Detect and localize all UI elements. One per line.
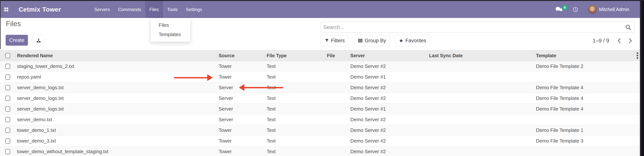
cell-server: Demo Server #2 [349, 85, 428, 90]
nav-item-files[interactable]: Files [145, 1, 163, 18]
column-header-rendered-name[interactable]: Rendered Name [16, 50, 217, 61]
cell-rendered-name: tower_demo_without_template_staging.txt [16, 149, 217, 155]
cell-rendered-name: tower_demo_3.txt [16, 138, 217, 144]
row-checkbox[interactable] [5, 138, 10, 144]
nav-item-servers[interactable]: Servers [90, 1, 114, 18]
select-all-checkbox[interactable] [5, 53, 10, 58]
nav-item-commands[interactable]: Commands [114, 1, 145, 18]
cell-rendered-name: staging_tower_demo_2.txt [16, 63, 217, 69]
table-body: staging_tower_demo_2.txt Tower Text Demo… [0, 61, 641, 156]
filters-label: Filters [331, 38, 345, 44]
cell-file-type: Text [265, 95, 326, 101]
column-header-file-type[interactable]: File Type [265, 50, 326, 61]
window-edge-left [0, 0, 0, 49]
table-row[interactable]: server_demo.txt Server Text Demo Server … [0, 114, 641, 125]
table-row[interactable]: staging_tower_demo_2.txt Tower Text Demo… [0, 61, 641, 72]
search-input[interactable] [321, 24, 625, 30]
column-header-template[interactable]: Template [534, 50, 634, 61]
clock-icon [573, 7, 578, 12]
cell-source: Tower [217, 149, 265, 155]
dropdown-item-files[interactable]: Files [150, 20, 190, 30]
cell-template: Demo File Template 1 [534, 127, 634, 133]
import-download-icon [36, 37, 42, 43]
app-window: Cetmix Tower Servers Commands Files Tool… [0, 0, 644, 156]
group-by-label: Group By [364, 38, 386, 44]
column-header-source[interactable]: Source [217, 50, 265, 61]
window-edge-top [0, 0, 644, 1]
search-icon[interactable] [625, 24, 631, 30]
create-button[interactable]: Create [6, 35, 28, 46]
top-navbar: Cetmix Tower Servers Commands Files Tool… [0, 1, 640, 18]
cell-file-type: Text [265, 117, 326, 123]
messages-button[interactable]: 4 [555, 6, 570, 14]
import-button[interactable] [32, 35, 45, 46]
filters-button[interactable]: Filters [320, 35, 349, 46]
cell-source: Tower [217, 74, 265, 80]
cell-server: Demo Server #2 [349, 95, 428, 101]
cell-source: Server [217, 106, 265, 112]
cell-rendered-name: server_demo_logs.txt [16, 85, 217, 90]
column-header-last-sync-date[interactable]: Last Sync Date [428, 50, 534, 61]
activities-button[interactable] [573, 7, 578, 12]
search-bar [320, 22, 634, 33]
cell-server: Demo Server #2 [349, 138, 428, 144]
table-row[interactable]: tower_demo_3.txt Tower Text Demo Server … [0, 136, 641, 146]
table-row[interactable]: server_demo_logs.txt Server Text Demo Se… [0, 93, 641, 104]
column-options-icon[interactable] [637, 52, 638, 59]
table-row[interactable]: server_demo_logs.txt Server Text Demo Se… [0, 104, 641, 114]
cell-rendered-name: tower_demo_1.txt [16, 127, 217, 133]
user-avatar[interactable] [588, 5, 596, 14]
favorites-label: Favorites [406, 38, 426, 44]
row-checkbox[interactable] [5, 117, 10, 122]
row-checkbox[interactable] [5, 149, 10, 154]
table-row[interactable]: repos.yaml Tower Text Demo Server #1 [0, 72, 641, 82]
row-checkbox[interactable] [5, 64, 10, 69]
user-menu[interactable]: Mitchell Admin [599, 1, 629, 18]
row-checkbox[interactable] [5, 128, 10, 133]
column-header-server[interactable]: Server [349, 50, 428, 61]
row-checkbox[interactable] [5, 74, 10, 80]
filter-funnel-icon [325, 39, 329, 43]
nav-item-settings[interactable]: Settings [182, 1, 206, 18]
cell-server: Demo Server #2 [349, 117, 428, 123]
cell-source: Server [217, 117, 265, 123]
pagination-previous-button[interactable] [616, 37, 623, 45]
column-header-file[interactable]: File [326, 50, 349, 61]
cell-rendered-name: server_demo_logs.txt [16, 95, 217, 101]
row-checkbox[interactable] [5, 85, 10, 90]
cell-rendered-name: server_demo_logs.txt [16, 106, 217, 112]
cell-template: Demo File Template 4 [534, 85, 634, 90]
table-row[interactable]: server_demo_logs.txt Server Text Demo Se… [0, 82, 641, 93]
nav-item-tools[interactable]: Tools [163, 1, 182, 18]
annotation-arrow-left [239, 84, 283, 91]
cell-source: Tower [217, 63, 265, 69]
cell-template: Demo File Template 4 [534, 95, 634, 101]
cell-server: Demo Server #2 [349, 149, 428, 155]
cell-source: Server [217, 95, 265, 101]
chevron-left-icon [616, 37, 623, 45]
row-checkbox[interactable] [5, 106, 10, 112]
cell-file-type: Text [265, 138, 326, 144]
cell-file-type: Text [265, 63, 326, 69]
pagination-next-button[interactable] [626, 37, 634, 45]
table-header-row: Rendered Name Source File Type File Serv… [0, 50, 641, 61]
cell-file-type: Text [265, 149, 326, 155]
row-checkbox[interactable] [5, 96, 10, 101]
table-row[interactable]: tower_demo_1.txt Tower Text Demo Server … [0, 125, 641, 136]
dropdown-item-templates[interactable]: Templates [150, 30, 190, 39]
select-all-cell [0, 50, 16, 61]
cell-template: Demo File Template 3 [534, 138, 634, 144]
pagination-range: 1–9 / 9 [592, 35, 609, 46]
group-by-button[interactable]: Group By [354, 35, 390, 46]
scrollbar-track[interactable] [640, 0, 644, 156]
page-title: Files [6, 20, 21, 28]
cell-template: Demo File Template 2 [534, 63, 634, 69]
chevron-right-icon [626, 37, 634, 45]
favorites-button[interactable]: ★ Favorites [395, 35, 430, 46]
cell-server: Demo Server #2 [349, 127, 428, 133]
cell-server: Demo Server #1 [349, 74, 428, 80]
apps-grid-icon[interactable] [4, 7, 8, 11]
table-row[interactable]: tower_demo_without_template_staging.txt … [0, 146, 641, 156]
main-menu: Servers Commands Files Tools Settings [90, 1, 206, 18]
cell-server: Demo Server #2 [349, 63, 428, 69]
